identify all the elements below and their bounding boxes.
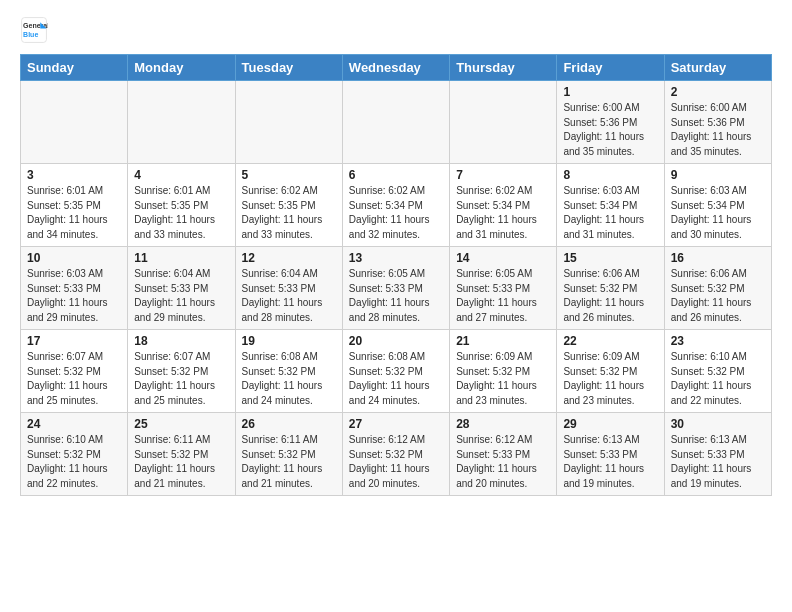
day-number: 10	[27, 251, 121, 265]
day-cell: 6Sunrise: 6:02 AMSunset: 5:34 PMDaylight…	[342, 164, 449, 247]
col-tuesday: Tuesday	[235, 55, 342, 81]
day-cell: 22Sunrise: 6:09 AMSunset: 5:32 PMDayligh…	[557, 330, 664, 413]
day-number: 8	[563, 168, 657, 182]
day-number: 9	[671, 168, 765, 182]
day-number: 2	[671, 85, 765, 99]
svg-rect-0	[22, 18, 47, 43]
day-number: 6	[349, 168, 443, 182]
day-cell: 27Sunrise: 6:12 AMSunset: 5:32 PMDayligh…	[342, 413, 449, 496]
day-info: Sunrise: 6:10 AMSunset: 5:32 PMDaylight:…	[27, 433, 121, 491]
day-cell: 29Sunrise: 6:13 AMSunset: 5:33 PMDayligh…	[557, 413, 664, 496]
day-cell: 28Sunrise: 6:12 AMSunset: 5:33 PMDayligh…	[450, 413, 557, 496]
day-number: 18	[134, 334, 228, 348]
day-info: Sunrise: 6:02 AMSunset: 5:34 PMDaylight:…	[456, 184, 550, 242]
logo: General Blue	[20, 16, 50, 44]
week-row-5: 24Sunrise: 6:10 AMSunset: 5:32 PMDayligh…	[21, 413, 772, 496]
day-cell	[21, 81, 128, 164]
day-info: Sunrise: 6:00 AMSunset: 5:36 PMDaylight:…	[563, 101, 657, 159]
day-info: Sunrise: 6:13 AMSunset: 5:33 PMDaylight:…	[563, 433, 657, 491]
week-row-4: 17Sunrise: 6:07 AMSunset: 5:32 PMDayligh…	[21, 330, 772, 413]
day-number: 15	[563, 251, 657, 265]
day-number: 5	[242, 168, 336, 182]
day-info: Sunrise: 6:01 AMSunset: 5:35 PMDaylight:…	[134, 184, 228, 242]
day-number: 4	[134, 168, 228, 182]
day-cell: 30Sunrise: 6:13 AMSunset: 5:33 PMDayligh…	[664, 413, 771, 496]
day-info: Sunrise: 6:11 AMSunset: 5:32 PMDaylight:…	[242, 433, 336, 491]
day-info: Sunrise: 6:12 AMSunset: 5:32 PMDaylight:…	[349, 433, 443, 491]
day-number: 17	[27, 334, 121, 348]
day-info: Sunrise: 6:12 AMSunset: 5:33 PMDaylight:…	[456, 433, 550, 491]
day-info: Sunrise: 6:08 AMSunset: 5:32 PMDaylight:…	[242, 350, 336, 408]
calendar-table: Sunday Monday Tuesday Wednesday Thursday…	[20, 54, 772, 496]
day-cell: 3Sunrise: 6:01 AMSunset: 5:35 PMDaylight…	[21, 164, 128, 247]
day-info: Sunrise: 6:13 AMSunset: 5:33 PMDaylight:…	[671, 433, 765, 491]
day-cell: 23Sunrise: 6:10 AMSunset: 5:32 PMDayligh…	[664, 330, 771, 413]
col-saturday: Saturday	[664, 55, 771, 81]
day-cell: 16Sunrise: 6:06 AMSunset: 5:32 PMDayligh…	[664, 247, 771, 330]
day-number: 14	[456, 251, 550, 265]
calendar-header: Sunday Monday Tuesday Wednesday Thursday…	[21, 55, 772, 81]
day-info: Sunrise: 6:07 AMSunset: 5:32 PMDaylight:…	[27, 350, 121, 408]
day-cell: 19Sunrise: 6:08 AMSunset: 5:32 PMDayligh…	[235, 330, 342, 413]
col-thursday: Thursday	[450, 55, 557, 81]
day-number: 28	[456, 417, 550, 431]
day-info: Sunrise: 6:04 AMSunset: 5:33 PMDaylight:…	[134, 267, 228, 325]
day-info: Sunrise: 6:02 AMSunset: 5:35 PMDaylight:…	[242, 184, 336, 242]
day-info: Sunrise: 6:06 AMSunset: 5:32 PMDaylight:…	[563, 267, 657, 325]
day-info: Sunrise: 6:06 AMSunset: 5:32 PMDaylight:…	[671, 267, 765, 325]
day-cell: 17Sunrise: 6:07 AMSunset: 5:32 PMDayligh…	[21, 330, 128, 413]
day-info: Sunrise: 6:08 AMSunset: 5:32 PMDaylight:…	[349, 350, 443, 408]
day-cell	[342, 81, 449, 164]
day-number: 27	[349, 417, 443, 431]
day-cell: 18Sunrise: 6:07 AMSunset: 5:32 PMDayligh…	[128, 330, 235, 413]
day-info: Sunrise: 6:02 AMSunset: 5:34 PMDaylight:…	[349, 184, 443, 242]
day-cell: 10Sunrise: 6:03 AMSunset: 5:33 PMDayligh…	[21, 247, 128, 330]
day-number: 22	[563, 334, 657, 348]
logo-icon: General Blue	[20, 16, 48, 44]
day-number: 11	[134, 251, 228, 265]
day-cell: 21Sunrise: 6:09 AMSunset: 5:32 PMDayligh…	[450, 330, 557, 413]
week-row-3: 10Sunrise: 6:03 AMSunset: 5:33 PMDayligh…	[21, 247, 772, 330]
day-info: Sunrise: 6:10 AMSunset: 5:32 PMDaylight:…	[671, 350, 765, 408]
day-cell: 9Sunrise: 6:03 AMSunset: 5:34 PMDaylight…	[664, 164, 771, 247]
day-info: Sunrise: 6:05 AMSunset: 5:33 PMDaylight:…	[349, 267, 443, 325]
day-cell: 24Sunrise: 6:10 AMSunset: 5:32 PMDayligh…	[21, 413, 128, 496]
day-cell: 13Sunrise: 6:05 AMSunset: 5:33 PMDayligh…	[342, 247, 449, 330]
day-number: 29	[563, 417, 657, 431]
day-info: Sunrise: 6:04 AMSunset: 5:33 PMDaylight:…	[242, 267, 336, 325]
day-cell: 15Sunrise: 6:06 AMSunset: 5:32 PMDayligh…	[557, 247, 664, 330]
day-cell: 26Sunrise: 6:11 AMSunset: 5:32 PMDayligh…	[235, 413, 342, 496]
day-number: 24	[27, 417, 121, 431]
week-row-1: 1Sunrise: 6:00 AMSunset: 5:36 PMDaylight…	[21, 81, 772, 164]
day-cell: 12Sunrise: 6:04 AMSunset: 5:33 PMDayligh…	[235, 247, 342, 330]
day-cell: 25Sunrise: 6:11 AMSunset: 5:32 PMDayligh…	[128, 413, 235, 496]
day-cell: 11Sunrise: 6:04 AMSunset: 5:33 PMDayligh…	[128, 247, 235, 330]
day-info: Sunrise: 6:00 AMSunset: 5:36 PMDaylight:…	[671, 101, 765, 159]
day-number: 23	[671, 334, 765, 348]
day-info: Sunrise: 6:03 AMSunset: 5:34 PMDaylight:…	[563, 184, 657, 242]
day-cell: 7Sunrise: 6:02 AMSunset: 5:34 PMDaylight…	[450, 164, 557, 247]
header-row: Sunday Monday Tuesday Wednesday Thursday…	[21, 55, 772, 81]
col-monday: Monday	[128, 55, 235, 81]
day-cell: 8Sunrise: 6:03 AMSunset: 5:34 PMDaylight…	[557, 164, 664, 247]
col-friday: Friday	[557, 55, 664, 81]
day-info: Sunrise: 6:03 AMSunset: 5:34 PMDaylight:…	[671, 184, 765, 242]
day-info: Sunrise: 6:01 AMSunset: 5:35 PMDaylight:…	[27, 184, 121, 242]
day-cell: 14Sunrise: 6:05 AMSunset: 5:33 PMDayligh…	[450, 247, 557, 330]
day-cell: 2Sunrise: 6:00 AMSunset: 5:36 PMDaylight…	[664, 81, 771, 164]
day-cell: 4Sunrise: 6:01 AMSunset: 5:35 PMDaylight…	[128, 164, 235, 247]
day-cell	[235, 81, 342, 164]
week-row-2: 3Sunrise: 6:01 AMSunset: 5:35 PMDaylight…	[21, 164, 772, 247]
day-cell	[450, 81, 557, 164]
calendar-body: 1Sunrise: 6:00 AMSunset: 5:36 PMDaylight…	[21, 81, 772, 496]
day-number: 21	[456, 334, 550, 348]
page: General Blue Sunday Monday Tuesday Wedne…	[0, 0, 792, 512]
day-number: 26	[242, 417, 336, 431]
day-cell: 5Sunrise: 6:02 AMSunset: 5:35 PMDaylight…	[235, 164, 342, 247]
day-cell: 1Sunrise: 6:00 AMSunset: 5:36 PMDaylight…	[557, 81, 664, 164]
day-number: 20	[349, 334, 443, 348]
day-number: 12	[242, 251, 336, 265]
day-number: 19	[242, 334, 336, 348]
header: General Blue	[20, 16, 772, 44]
day-cell: 20Sunrise: 6:08 AMSunset: 5:32 PMDayligh…	[342, 330, 449, 413]
